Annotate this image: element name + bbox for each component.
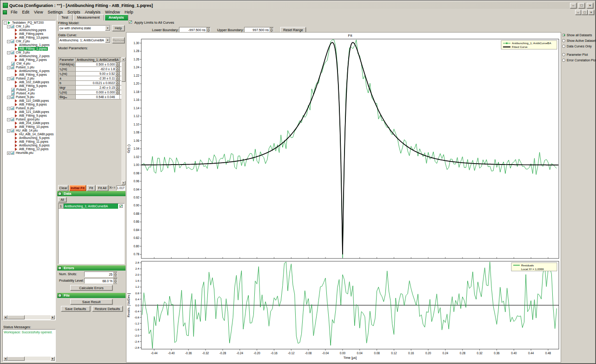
scrollbar-track[interactable] — [7, 357, 51, 361]
param-value-input[interactable]: 0.548 ± 0.046 — [75, 95, 119, 99]
mdi-minimize-button[interactable]: – — [575, 10, 581, 15]
view-option-data-curves-only[interactable]: Data Curves Only — [562, 43, 596, 49]
param-value-input[interactable]: 0.500 ± 0.000▲▼ — [75, 62, 119, 67]
apply-limits-checkbox[interactable]: ✓ — [129, 20, 132, 24]
initial-fit-button[interactable]: Initial Fit — [69, 185, 86, 191]
tree-item[interactable]: Antibunching_4.pqres — [3, 69, 55, 73]
value-spinner[interactable]: ▲▼ — [116, 62, 119, 66]
data-row-checkbox[interactable]: ✓ — [118, 205, 124, 208]
all-button[interactable]: All — [58, 197, 66, 202]
view-option-show-active-dataset[interactable]: Show Active Dataset — [562, 38, 596, 43]
tree-collapse-icon[interactable]: − — [7, 118, 10, 121]
close-button[interactable]: × — [587, 3, 593, 8]
radio-icon[interactable] — [562, 45, 565, 48]
section-collapse-icon[interactable]: ▪ — [58, 266, 61, 270]
tree-collapse-icon[interactable]: − — [7, 77, 10, 80]
scroll-up-icon[interactable]: ▲ — [121, 57, 126, 61]
title-bar[interactable]: QuCoa (Configuration : "") - [Antibunchi… — [2, 2, 594, 9]
menu-view[interactable]: View — [32, 9, 45, 15]
menu-file[interactable]: File — [8, 9, 20, 15]
scroll-down-icon[interactable]: ▼ — [121, 181, 126, 185]
parameters-scrollbar[interactable]: ▲ ▼ — [121, 57, 126, 185]
value-spinner[interactable]: ▲▼ — [116, 81, 119, 85]
tree-item[interactable]: CW_4.ptu — [3, 62, 55, 66]
save-result-button[interactable]: Save Result — [70, 299, 113, 304]
radio-icon[interactable] — [562, 39, 565, 42]
tree-item[interactable]: −CW_1.ptu — [3, 25, 55, 28]
data-curve-select[interactable]: Antibunching_1; AntibCurveBA ▼ — [58, 37, 111, 43]
param-value-input[interactable]: -62.0 ± 1.8▲▼ — [75, 67, 119, 72]
tree-item[interactable]: −CW_3.ptu — [3, 51, 55, 54]
help-button[interactable]: Help — [112, 25, 125, 31]
spin-down-icon[interactable]: ▼ — [113, 281, 117, 284]
mdi-close-button[interactable]: × — [588, 10, 594, 15]
tree-item[interactable]: Antibunching_6.pqres — [3, 144, 55, 147]
radio-icon[interactable] — [562, 59, 565, 62]
tree-expand-icon[interactable]: + — [7, 152, 10, 155]
value-spinner[interactable]: ▲▼ — [116, 90, 119, 94]
fit-all-button[interactable]: Fit All — [96, 185, 108, 191]
data-row-name[interactable]: Antibunching_1; AntibCurveBA — [64, 204, 118, 209]
spinner[interactable]: ▲▼ — [206, 27, 210, 32]
scrollbar-track[interactable] — [7, 315, 51, 319]
tree-item[interactable]: AtB_Fitting_8.pqres — [3, 103, 55, 106]
tree-item[interactable]: AtB_204_DABt.pqres — [3, 121, 55, 125]
spinner[interactable]: ▲▼ — [113, 272, 117, 277]
value-spinner[interactable]: ▲▼ — [116, 72, 119, 76]
tree-item[interactable]: +Heuristik.ptu — [3, 151, 55, 155]
tree-item[interactable]: Antibunching_2.pqres — [3, 54, 55, 58]
status-horizontal-scrollbar[interactable]: ◀ ▶ — [3, 357, 55, 361]
scroll-left-icon[interactable]: ◀ — [3, 357, 7, 361]
tree-item[interactable]: AtB_Fitting_5.pqres — [3, 84, 55, 88]
view-option-error-correlation-plot[interactable]: Error Correlation Plot — [562, 57, 596, 63]
fit-button[interactable]: Fit — [87, 185, 95, 191]
tree-collapse-icon[interactable]: − — [7, 25, 10, 28]
tree-item[interactable]: −CW_2.ptu — [3, 40, 55, 43]
scrollbar-thumb[interactable] — [7, 315, 25, 319]
tree-item[interactable]: AtB_Fitting_1.pqres — [3, 47, 55, 51]
tree-collapse-icon[interactable]: − — [4, 21, 7, 25]
tree-collapse-icon[interactable]: − — [7, 129, 10, 132]
value-spinner[interactable]: ▲▼ — [116, 76, 119, 80]
tree-item[interactable]: Antibunching_1.pqres — [3, 43, 55, 47]
tree-item[interactable]: AtB_Fitting_13.pqres — [3, 36, 55, 40]
param-value-input[interactable]: 2.40 ± 0.15▲▼ — [75, 86, 119, 90]
tree-collapse-icon[interactable]: − — [7, 51, 10, 54]
scrollbar-thumb[interactable] — [7, 357, 25, 361]
num-shots-input[interactable]: 25 ▲▼ — [84, 271, 118, 277]
mdi-restore-button[interactable]: □ — [582, 10, 588, 15]
spinner[interactable]: ▲▼ — [270, 27, 273, 32]
dropdown-arrow-icon[interactable]: ▼ — [105, 26, 110, 31]
clear-button[interactable]: Clear — [58, 185, 68, 191]
tree-item[interactable]: AtB_110_DABt.pqres — [3, 99, 55, 103]
tree-collapse-icon[interactable]: − — [7, 66, 10, 69]
tree-item[interactable]: Antibunching.pqres — [3, 28, 55, 32]
data-curve-row[interactable]: 1Antibunching_1; AntibCurveBA✓ — [59, 204, 124, 209]
fit-chart[interactable]: FitG(t) ()0.780.800.820.840.860.880.900.… — [126, 33, 561, 260]
tree-item[interactable]: AtB_Fitting_11.pqres — [3, 140, 55, 144]
tree-item[interactable]: −Pulsed_good.ptu — [3, 118, 55, 121]
tree-collapse-icon[interactable]: − — [7, 96, 10, 99]
tree-item[interactable]: Antibunching_5.pqres — [3, 136, 55, 140]
residuals-chart[interactable]: Resids. [StdDev.]-2.8-2.4-2.0-1.6-1.2-0.… — [126, 260, 561, 362]
tree-item[interactable]: AtB_121_DABt.pqres — [3, 110, 55, 114]
probability-level-input[interactable]: 68.0 % ▲▼ — [84, 278, 118, 284]
scrollbar-thumb[interactable] — [121, 61, 126, 82]
radio-icon[interactable] — [562, 53, 565, 56]
param-value-input[interactable]: 9.00 ± 0.52▲▼ — [75, 72, 119, 76]
param-value-input[interactable]: -2.30 ± 0.11▲▼ — [75, 76, 119, 81]
remove-curve-button[interactable]: Remove — [112, 37, 125, 43]
tree-collapse-icon[interactable]: − — [7, 107, 10, 110]
tree-item[interactable]: AtB_102_DABt.pqres — [3, 80, 55, 84]
minimize-button[interactable]: – — [570, 3, 576, 8]
scroll-right-icon[interactable]: ▶ — [51, 357, 55, 361]
tree-item[interactable]: −Pulsed_6.ptu — [3, 106, 55, 110]
tree-item[interactable]: AtB_Fitting.pqres — [3, 32, 55, 36]
scroll-left-icon[interactable]: ◀ — [3, 315, 7, 319]
tree-item[interactable]: −Pulsed_2.ptu — [3, 77, 55, 80]
restore-defaults-button[interactable]: Restore Defaults — [92, 306, 123, 311]
file-section-header[interactable]: ▪ File — [57, 293, 126, 298]
value-spinner[interactable]: ▲▼ — [116, 86, 119, 90]
checkbox-icon[interactable]: ✓ — [119, 205, 123, 208]
tree-item[interactable]: −Testdaten_PQ_MT200 — [3, 21, 55, 25]
